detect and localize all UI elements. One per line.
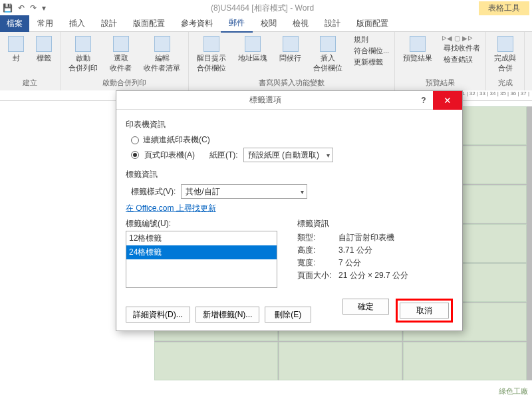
tab-view[interactable]: 檢視: [285, 15, 317, 32]
ribbon-group-start-merge: 啟動 合併列印 選取 收件者 編輯 收件者清單 啟動合併列印: [61, 32, 189, 90]
address-block-button[interactable]: 地址區塊: [235, 35, 270, 65]
label-info-heading: 標籤資訊: [126, 169, 453, 180]
group-label: 啟動合併列印: [102, 78, 146, 88]
save-icon[interactable]: 💾: [3, 3, 13, 13]
select-recipients-button[interactable]: 選取 收件者: [107, 35, 134, 74]
tray-label: 紙匣(T):: [209, 150, 238, 161]
watermark-text: 綠色工廠: [499, 386, 528, 396]
tab-home[interactable]: 常用: [29, 15, 61, 32]
highlight-fields-button[interactable]: 醒目提示 合併欄位: [194, 35, 229, 74]
delete-button[interactable]: 刪除(E): [265, 307, 311, 323]
group-label: 完成: [498, 78, 513, 88]
edit-list-icon: [154, 36, 170, 52]
merge-icon: [75, 36, 91, 52]
quick-access-toolbar: 💾 ↶ ↷ ▾: [3, 3, 46, 13]
radio-continuous-printer[interactable]: [131, 136, 139, 144]
document-title: (8)US4464 [相容模式] - Word: [51, 3, 473, 14]
preview-icon: [410, 36, 426, 52]
radio-continuous-label: 連續進紙印表機(C): [143, 134, 210, 146]
label-icon: [36, 36, 52, 52]
ribbon-group-create: 封 標籤 建立: [0, 32, 61, 90]
highlight-icon: [203, 36, 219, 52]
finish-icon: [497, 36, 513, 52]
cancel-button[interactable]: 取消: [400, 303, 449, 319]
tab-references[interactable]: 參考資料: [173, 15, 221, 32]
tray-select[interactable]: 預設紙匣 (自動選取): [243, 148, 333, 162]
labels-button[interactable]: 標籤: [33, 35, 55, 65]
office-updates-link[interactable]: 在 Office.com 上尋找更新: [126, 203, 216, 213]
ribbon-group-write-fields: 醒目提示 合併欄位 地址區塊 問候行 插入 合併欄位 規則 符合欄位... 更新…: [189, 32, 395, 90]
label-options-dialog: 標籤選項 ? ✕ 印表機資訊 連續進紙印表機(C) 頁式印表機(A) 紙匣(T)…: [116, 90, 463, 331]
rules-button[interactable]: 規則: [352, 35, 389, 45]
ribbon-group-preview: 預覽結果 ᐅ◀ ▢ ▶ᐅ 尋找收件者 檢查錯誤 預覽結果: [395, 32, 486, 90]
tab-layout[interactable]: 版面配置: [125, 15, 173, 32]
envelope-icon: [8, 36, 24, 52]
radio-page-label: 頁式印表機(A): [144, 150, 195, 161]
annotation-highlight: 取消: [396, 299, 453, 323]
envelopes-button[interactable]: 封: [5, 35, 27, 65]
field-icon: [320, 36, 336, 52]
check-errors-button[interactable]: 檢查錯誤: [442, 55, 480, 65]
product-number-list[interactable]: 12格標籤 24格標籤: [126, 231, 277, 288]
label-cell[interactable]: [403, 342, 527, 380]
tab-insert[interactable]: 插入: [61, 15, 93, 32]
address-icon: [245, 36, 261, 52]
close-button[interactable]: ✕: [433, 91, 462, 110]
label-details-grid: 類型:自訂雷射印表機 高度:3.71 公分 寬度:7 公分 頁面大小:21 公分…: [297, 232, 408, 281]
greeting-icon: [283, 36, 299, 52]
new-label-button[interactable]: 新增標籤(N)...: [196, 307, 260, 323]
dialog-title-text: 標籤選項: [116, 94, 414, 106]
redo-icon[interactable]: ↷: [30, 3, 37, 13]
context-tab-table-tools: 表格工具: [479, 1, 529, 15]
radio-page-printer[interactable]: [131, 151, 139, 159]
label-cell[interactable]: [154, 342, 278, 380]
list-item[interactable]: 12格標籤: [126, 231, 277, 245]
find-recipient-button[interactable]: 尋找收件者: [442, 43, 480, 53]
recipients-icon: [113, 36, 129, 52]
update-labels-button[interactable]: 更新標籤: [352, 57, 389, 67]
greeting-line-button[interactable]: 問候行: [277, 35, 304, 65]
vendor-select[interactable]: 其他/自訂: [181, 184, 307, 199]
dialog-titlebar[interactable]: 標籤選項 ? ✕: [116, 91, 462, 110]
chevron-down-icon[interactable]: ▾: [42, 3, 46, 13]
nav-record-buttons[interactable]: ᐅ◀ ▢ ▶ᐅ: [442, 35, 480, 42]
undo-icon[interactable]: ↶: [18, 3, 25, 13]
printer-info-heading: 印表機資訊: [126, 119, 453, 130]
label-cell[interactable]: [279, 342, 402, 380]
group-label: 建立: [23, 78, 37, 88]
insert-field-button[interactable]: 插入 合併欄位: [311, 35, 345, 74]
match-fields-button[interactable]: 符合欄位...: [352, 46, 389, 56]
tab-table-layout[interactable]: 版面配置: [348, 15, 396, 32]
product-number-label: 標籤編號(U):: [126, 218, 277, 229]
list-item[interactable]: 24格標籤: [126, 245, 277, 259]
edit-recipients-button[interactable]: 編輯 收件者清單: [141, 35, 183, 74]
preview-results-button[interactable]: 預覽結果: [400, 35, 435, 65]
help-button[interactable]: ?: [414, 96, 433, 105]
tab-review[interactable]: 校閱: [253, 15, 285, 32]
title-bar: 💾 ↶ ↷ ▾ (8)US4464 [相容模式] - Word 表格工具: [0, 0, 532, 16]
ribbon-tabs: 檔案 常用 插入 設計 版面配置 參考資料 郵件 校閱 檢視 設計 版面配置: [0, 16, 532, 32]
group-label: 預覽結果: [426, 78, 455, 88]
details-button[interactable]: 詳細資料(D)...: [126, 307, 190, 323]
start-merge-button[interactable]: 啟動 合併列印: [66, 35, 100, 74]
ok-button[interactable]: 確定: [342, 299, 389, 315]
group-label: 書寫與插入功能變數: [259, 78, 325, 88]
ribbon-group-finish: 完成與 合併 完成: [486, 32, 525, 90]
tab-design[interactable]: 設計: [93, 15, 125, 32]
tab-mailings[interactable]: 郵件: [221, 15, 253, 33]
ribbon: 封 標籤 建立 啟動 合併列印 選取 收件者 編輯 收件者清單 啟動合併列印 醒…: [0, 32, 532, 90]
label-details-heading: 標籤資訊: [297, 218, 408, 229]
tab-file[interactable]: 檔案: [0, 15, 29, 32]
tab-table-design[interactable]: 設計: [317, 15, 348, 32]
vendor-label: 標籤樣式(V):: [131, 186, 176, 198]
finish-merge-button[interactable]: 完成與 合併: [491, 35, 519, 74]
